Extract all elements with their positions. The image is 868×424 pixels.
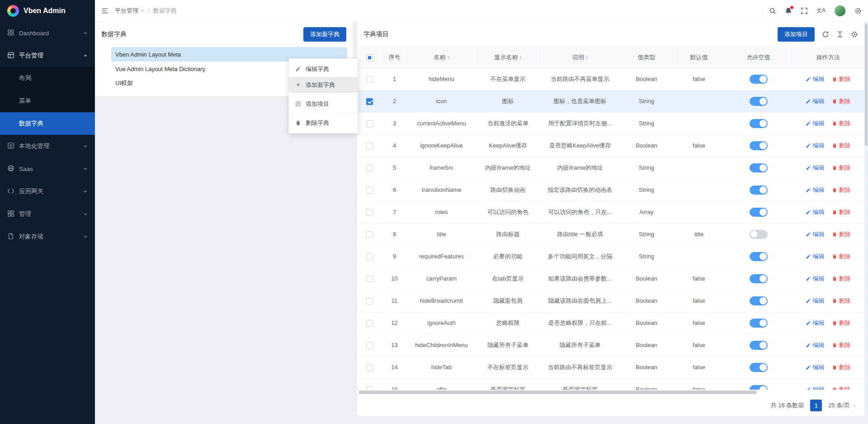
refresh-icon[interactable] [822, 31, 829, 38]
edit-button[interactable]: 编辑 [806, 97, 825, 105]
row-checkbox[interactable] [366, 120, 373, 127]
row-checkbox[interactable] [366, 342, 373, 349]
edit-button[interactable]: 编辑 [806, 119, 825, 128]
delete-button[interactable]: 删除 [832, 119, 851, 128]
breadcrumb-label: 平台管理 [115, 7, 138, 15]
delete-button[interactable]: 删除 [832, 208, 851, 216]
sidebar-subitem-layout[interactable]: 布局 [0, 67, 95, 90]
vertical-scrollbar-thumb[interactable] [865, 24, 868, 146]
edit-button[interactable]: 编辑 [806, 164, 825, 172]
allow-empty-toggle[interactable] [750, 141, 768, 150]
sort-icons[interactable]: ▴▾ [586, 55, 588, 60]
edit-button[interactable]: 编辑 [806, 186, 825, 194]
allow-empty-toggle[interactable] [750, 296, 768, 305]
sidebar-item-management[interactable]: 管理 [0, 203, 95, 225]
allow-empty-toggle[interactable] [750, 385, 768, 390]
allow-empty-toggle[interactable] [750, 274, 768, 283]
edit-button[interactable]: 编辑 [806, 319, 825, 327]
context-menu-add-item[interactable]: 添加项目 [289, 96, 358, 112]
select-all-checkbox[interactable] [366, 54, 373, 61]
delete-button[interactable]: 删除 [832, 297, 851, 305]
row-checkbox[interactable] [366, 209, 373, 216]
menu-fold-icon[interactable] [101, 7, 108, 14]
edit-button[interactable]: 编辑 [806, 230, 825, 238]
edit-button[interactable]: 编辑 [806, 142, 825, 150]
sidebar-item-saas[interactable]: Saas [0, 157, 95, 180]
search-icon[interactable] [769, 7, 776, 14]
context-menu-add-dictionary[interactable]: 添加新字典 [289, 77, 358, 93]
row-checkbox[interactable] [366, 320, 373, 327]
allow-empty-toggle[interactable] [750, 363, 768, 372]
row-checkbox[interactable] [366, 364, 373, 371]
bell-icon[interactable] [785, 7, 792, 14]
row-checkbox[interactable] [366, 231, 373, 238]
sort-icons[interactable]: ▴▾ [519, 55, 521, 60]
row-checkbox[interactable] [366, 165, 373, 172]
row-checkbox[interactable] [366, 76, 373, 83]
horizontal-scrollbar-thumb[interactable] [359, 391, 757, 394]
delete-button[interactable]: 删除 [832, 275, 851, 283]
allow-empty-toggle[interactable] [750, 252, 768, 261]
delete-button[interactable]: 删除 [832, 386, 851, 390]
edit-button[interactable]: 编辑 [806, 341, 825, 349]
sidebar-subitem-data-dictionary[interactable]: 数据字典 [0, 112, 95, 135]
pagination-page-1[interactable]: 1 [810, 400, 822, 411]
row-checkbox[interactable] [366, 253, 373, 260]
fullscreen-icon[interactable] [801, 7, 808, 14]
row-checkbox[interactable] [366, 298, 373, 305]
delete-button[interactable]: 删除 [832, 97, 851, 105]
delete-button[interactable]: 删除 [832, 230, 851, 238]
row-checkbox[interactable] [366, 276, 373, 282]
delete-button[interactable]: 删除 [832, 164, 851, 172]
col-header-description[interactable]: 说明▴▾ [540, 47, 620, 68]
sidebar-item-gateway[interactable]: 应用网关 [0, 180, 95, 203]
edit-button[interactable]: 编辑 [806, 75, 825, 83]
allow-empty-toggle[interactable] [750, 319, 768, 328]
settings-gear-icon[interactable] [854, 7, 862, 14]
allow-empty-toggle[interactable] [750, 341, 768, 350]
edit-button[interactable]: 编辑 [806, 208, 825, 216]
edit-button[interactable]: 编辑 [806, 386, 825, 390]
page-size-select[interactable]: 25 条/页 [828, 401, 856, 410]
delete-button[interactable]: 删除 [832, 186, 851, 194]
allow-empty-toggle[interactable] [750, 75, 768, 84]
delete-button[interactable]: 删除 [832, 319, 851, 327]
gear-icon[interactable] [851, 31, 858, 38]
row-checkbox[interactable] [366, 98, 373, 105]
context-menu-edit-dictionary[interactable]: 编辑字典 [289, 61, 358, 77]
sidebar-subitem-menu[interactable]: 菜单 [0, 90, 95, 112]
context-menu-delete-dictionary[interactable]: 删除字典 [289, 115, 358, 131]
row-checkbox[interactable] [366, 386, 373, 390]
sidebar-item-object-storage[interactable]: 对象存储 [0, 225, 95, 248]
delete-button[interactable]: 删除 [832, 363, 851, 372]
column-height-icon[interactable] [836, 31, 844, 38]
sidebar-item-platform-management[interactable]: 平台管理 [0, 44, 95, 67]
app-logo[interactable]: Vben Admin [0, 0, 95, 22]
row-checkbox[interactable] [366, 143, 373, 149]
edit-button[interactable]: 编辑 [806, 252, 825, 261]
allow-empty-toggle[interactable] [750, 208, 768, 217]
col-header-name[interactable]: 名称▴▾ [407, 47, 476, 68]
edit-button[interactable]: 编辑 [806, 275, 825, 283]
allow-empty-toggle[interactable] [750, 119, 768, 128]
sort-icons[interactable]: ▴▾ [447, 55, 449, 60]
allow-empty-toggle[interactable] [750, 186, 768, 195]
add-dictionary-button[interactable]: 添加新字典 [303, 27, 346, 42]
breadcrumb-item-platform[interactable]: 平台管理 [115, 7, 144, 15]
edit-button[interactable]: 编辑 [806, 297, 825, 305]
allow-empty-toggle[interactable] [750, 97, 768, 106]
translate-icon[interactable]: 文A [816, 7, 826, 14]
delete-button[interactable]: 删除 [832, 142, 851, 150]
avatar[interactable] [834, 5, 846, 17]
delete-button[interactable]: 删除 [832, 252, 851, 261]
allow-empty-toggle[interactable] [750, 163, 768, 172]
delete-button[interactable]: 删除 [832, 75, 851, 83]
edit-button[interactable]: 编辑 [806, 363, 825, 372]
delete-button[interactable]: 删除 [832, 341, 851, 349]
sidebar-item-localization[interactable]: 本地化管理 [0, 135, 95, 157]
col-header-display-name[interactable]: 显示名称▴▾ [476, 47, 540, 68]
row-checkbox[interactable] [366, 187, 373, 194]
add-item-button[interactable]: 添加项目 [778, 27, 815, 42]
allow-empty-toggle[interactable] [750, 230, 768, 239]
sidebar-item-dashboard[interactable]: Dashboard [0, 22, 95, 44]
